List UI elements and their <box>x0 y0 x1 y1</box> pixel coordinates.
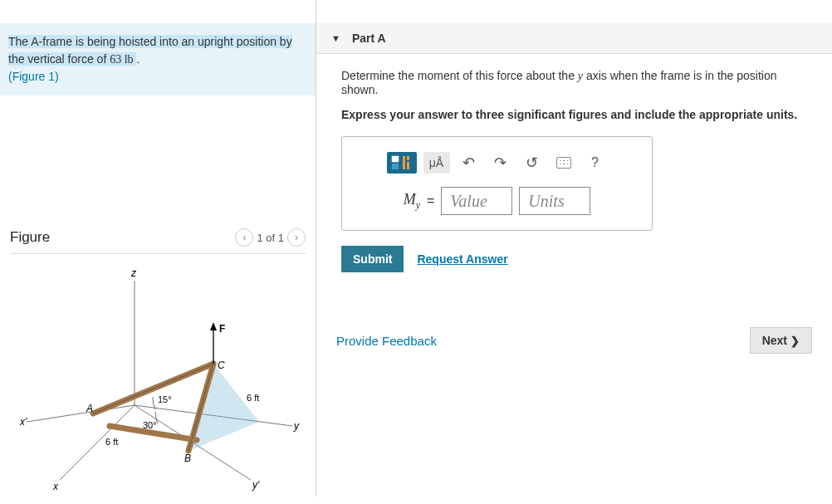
undo-button[interactable]: ↶ <box>457 152 482 174</box>
svg-rect-15 <box>403 156 405 169</box>
axis-yprime: y' <box>252 479 260 491</box>
help-button[interactable]: ? <box>583 152 608 174</box>
svg-marker-12 <box>210 322 217 330</box>
collapse-icon: ▼ <box>331 33 340 43</box>
answer-box: μÅ ↶ ↷ ↺ ∷∷ ? My = Value Units <box>341 136 653 231</box>
angle-30: 30° <box>143 420 157 430</box>
point-C: C <box>218 360 225 371</box>
dim-6b: 6 ft <box>247 393 259 403</box>
value-input[interactable]: Value <box>441 187 512 215</box>
axis-xprime: x' <box>19 416 27 428</box>
redo-button[interactable]: ↷ <box>488 152 513 174</box>
equals: = <box>427 193 434 208</box>
problem-statement: The A-frame is being hoisted into an upr… <box>0 23 316 95</box>
angle-15: 15° <box>158 394 172 404</box>
dim-6a: 6 ft <box>105 437 118 447</box>
next-button[interactable]: Next ❯ <box>750 327 812 354</box>
reset-button[interactable]: ↺ <box>520 152 545 174</box>
figure-page: 1 of 1 <box>257 232 284 244</box>
point-A: A <box>86 403 93 414</box>
svg-line-9 <box>93 364 213 413</box>
units-button[interactable]: μÅ <box>423 152 450 174</box>
force-label: F <box>219 323 225 335</box>
force-value: 63 lb <box>110 53 133 66</box>
problem-period: . <box>136 52 139 66</box>
figure-title: Figure <box>10 229 50 246</box>
axis-x: x <box>52 481 59 492</box>
submit-button[interactable]: Submit <box>341 246 404 272</box>
figure-nav: ‹ 1 of 1 › <box>235 228 306 247</box>
point-B: B <box>184 453 191 464</box>
variable-label: My <box>404 191 420 212</box>
problem-text: The A-frame is being hoisted into an upr… <box>8 35 292 66</box>
keyboard-button[interactable]: ∷∷ <box>551 152 576 174</box>
figure-prev-button[interactable]: ‹ <box>235 228 253 247</box>
request-answer-link[interactable]: Request Answer <box>417 252 507 266</box>
templates-icon <box>391 155 413 170</box>
figure-link[interactable]: (Figure 1) <box>8 70 59 83</box>
figure-next-button[interactable]: › <box>287 228 306 247</box>
instruction: Determine the moment of this force about… <box>341 69 807 96</box>
units-input[interactable]: Units <box>519 187 590 215</box>
axis-z: z <box>130 267 137 279</box>
instruction-bold: Express your answer to three significant… <box>341 108 807 121</box>
svg-rect-16 <box>407 156 409 160</box>
axis-y: y <box>293 420 300 432</box>
part-label: Part A <box>352 32 386 45</box>
part-header[interactable]: ▼ Part A <box>316 23 832 54</box>
svg-line-3 <box>60 405 135 480</box>
figure-diagram: z x' y x y' <box>10 264 306 497</box>
svg-line-1 <box>27 405 135 422</box>
keyboard-icon: ∷∷ <box>556 157 571 169</box>
provide-feedback-link[interactable]: Provide Feedback <box>336 334 437 348</box>
svg-rect-17 <box>407 162 409 169</box>
svg-rect-14 <box>392 164 399 169</box>
templates-button[interactable] <box>387 152 417 174</box>
chevron-right-icon: ❯ <box>790 335 800 347</box>
svg-rect-13 <box>392 156 399 162</box>
